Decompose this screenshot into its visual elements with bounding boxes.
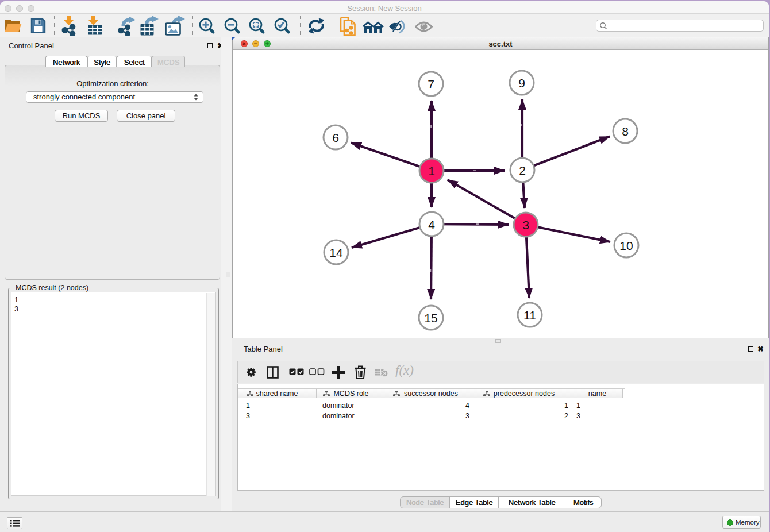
svg-text:6: 6	[332, 131, 339, 144]
svg-text:9: 9	[518, 76, 525, 90]
svg-text:11: 11	[523, 309, 536, 322]
svg-text:2: 2	[519, 164, 526, 177]
svg-text:15: 15	[424, 311, 437, 325]
svg-text:1: 1	[428, 164, 435, 178]
svg-text:7: 7	[428, 78, 434, 91]
svg-text:14: 14	[329, 246, 343, 259]
svg-text:4: 4	[428, 218, 435, 231]
svg-text:10: 10	[619, 239, 633, 252]
svg-text:8: 8	[622, 125, 629, 138]
svg-text:3: 3	[522, 218, 529, 232]
